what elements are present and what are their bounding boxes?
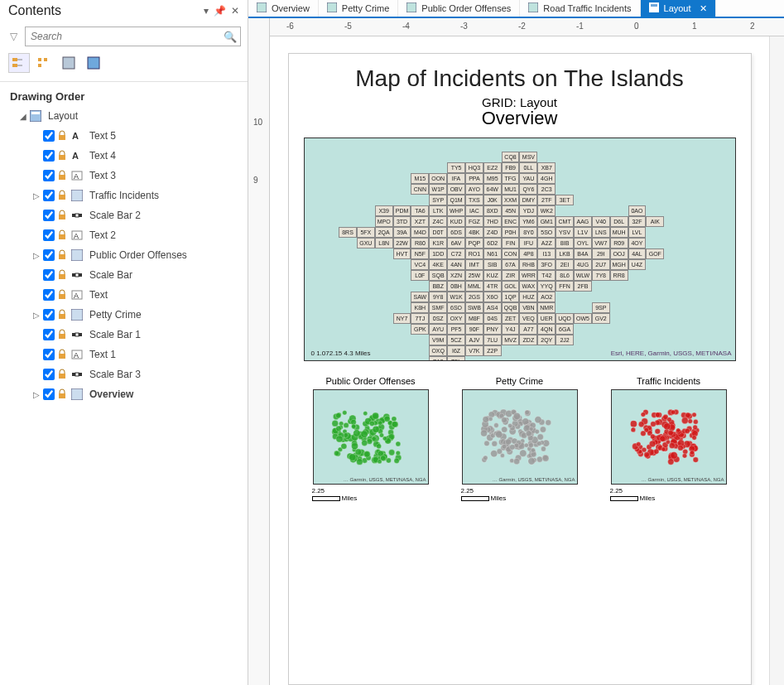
layout-canvas[interactable]: Map of Incidents on The Islands GRID: La… (270, 36, 769, 685)
toc-item-row[interactable]: A Text 2 (3, 225, 244, 245)
search-input[interactable] (26, 31, 220, 42)
expand-icon[interactable]: ▷ (31, 191, 41, 200)
small-map-frame[interactable]: Traffic Incidents … Garmin, USGS, METI/N… (602, 376, 736, 502)
tab-label: Petty Crime (342, 3, 389, 13)
view-drawing-order-button[interactable] (8, 53, 30, 73)
lock-icon[interactable] (56, 170, 70, 181)
toc-item-row[interactable]: Scale Bar (3, 265, 244, 285)
lock-icon[interactable] (56, 150, 70, 162)
view-list-by-source-button[interactable] (33, 53, 55, 73)
view-snapshot-button[interactable] (83, 53, 104, 73)
grid-cell (664, 335, 682, 345)
lock-icon[interactable] (56, 269, 70, 281)
visibility-checkbox[interactable] (43, 289, 55, 301)
toc-item-row[interactable]: A Text 1 (3, 345, 244, 364)
toc-item-row[interactable]: A Text 5 (3, 126, 244, 146)
view-tab[interactable]: Layout✕ (641, 0, 716, 17)
visibility-checkbox[interactable] (43, 309, 55, 321)
panel-pin-icon[interactable]: 📌 (214, 5, 226, 17)
grid-cell: 7HD (483, 216, 502, 227)
view-tab[interactable]: Public Order Offenses (398, 0, 520, 17)
small-map[interactable]: … Garmin, USGS, METI/NASA, NGA (313, 389, 429, 485)
tab-label: Road Traffic Incidents (543, 3, 631, 13)
small-map-scalebar: 2.25 Miles (312, 487, 358, 502)
panel-dropdown-icon[interactable]: ▾ (204, 5, 209, 17)
lock-icon[interactable] (56, 130, 70, 142)
toc-item-label: Public Order Offenses (89, 249, 187, 261)
filter-icon[interactable]: ▽ (7, 31, 20, 42)
tab-close-icon[interactable]: ✕ (700, 3, 707, 14)
lock-icon[interactable] (56, 210, 70, 221)
toc-tree[interactable]: ◢ Layout A Text 5 A Text 4 A Text 3▷ Tra… (0, 106, 248, 685)
visibility-checkbox[interactable] (43, 170, 55, 181)
small-map[interactable]: … Garmin, USGS, METI/NASA, NGA (611, 389, 727, 485)
toc-item-row[interactable]: A Text 3 (3, 166, 244, 186)
toc-item-row[interactable]: Scale Bar 2 (3, 205, 244, 225)
visibility-checkbox[interactable] (43, 369, 55, 380)
view-selection-button[interactable] (58, 53, 79, 73)
visibility-checkbox[interactable] (43, 229, 55, 241)
overview-map-frame[interactable]: CQ8MSVTY5HQ3EZ2FB90LLXB7M15OONIFAPPAM95T… (304, 137, 736, 361)
lock-icon[interactable] (56, 289, 70, 301)
search-icon[interactable]: 🔍 (220, 31, 240, 43)
collapse-icon[interactable]: ◢ (18, 112, 28, 121)
lock-icon[interactable] (56, 229, 70, 241)
toc-item-row[interactable]: ▷ Traffic Incidents (3, 186, 244, 205)
lock-icon[interactable] (56, 309, 70, 321)
lock-icon[interactable] (56, 329, 70, 340)
visibility-checkbox[interactable] (43, 388, 55, 400)
lock-icon[interactable] (56, 388, 70, 400)
expand-icon[interactable]: ▷ (31, 311, 41, 320)
toc-item-row[interactable]: ▷ Public Order Offenses (3, 245, 244, 265)
toc-item-row[interactable]: Scale Bar 1 (3, 325, 244, 345)
toc-item-row[interactable]: ▷ Overview (3, 384, 244, 404)
grid-cell: IFA (447, 173, 465, 184)
lock-icon[interactable] (56, 369, 70, 380)
small-map-frame[interactable]: Petty Crime … Garmin, USGS, METI/NASA, N… (453, 376, 587, 502)
view-tab[interactable]: Road Traffic Incidents (520, 0, 640, 17)
point-symbols (618, 399, 719, 474)
visibility-checkbox[interactable] (43, 269, 55, 281)
small-map-frame[interactable]: Public Order Offenses … Garmin, USGS, ME… (304, 376, 438, 502)
grid-cell (393, 195, 411, 205)
grid-cell: B12 (429, 356, 447, 361)
expand-icon[interactable]: ▷ (31, 390, 41, 399)
grid-cell: 0SZ (429, 313, 447, 324)
grid-cell (628, 292, 647, 302)
view-tab[interactable]: Petty Crime (319, 0, 398, 17)
visibility-checkbox[interactable] (43, 150, 55, 162)
grid-cell (393, 356, 411, 361)
visibility-checkbox[interactable] (43, 329, 55, 340)
search-box[interactable]: 🔍 (25, 27, 241, 46)
visibility-checkbox[interactable] (43, 130, 55, 142)
grid-cell (610, 162, 628, 173)
grid-cell: 4GH (537, 173, 556, 184)
toc-item-row[interactable]: Scale Bar 3 (3, 364, 244, 384)
visibility-checkbox[interactable] (43, 210, 55, 221)
grid-cell (339, 195, 357, 205)
vertical-scrollbar[interactable] (769, 36, 784, 685)
toc-item-row[interactable]: A Text (3, 285, 244, 305)
lock-icon[interactable] (56, 349, 70, 360)
svg-rect-36 (59, 314, 65, 319)
grid-cell (682, 195, 700, 205)
small-map[interactable]: … Garmin, USGS, METI/NASA, NGA (462, 389, 578, 485)
point-symbols (320, 399, 421, 474)
expand-icon[interactable]: ▷ (31, 251, 41, 260)
visibility-checkbox[interactable] (43, 349, 55, 360)
grid-cell: 7LU (483, 335, 502, 345)
toc-root-row[interactable]: ◢ Layout (3, 106, 244, 126)
panel-close-icon[interactable]: ✕ (231, 5, 239, 17)
lock-icon[interactable] (56, 249, 70, 261)
lock-icon[interactable] (56, 190, 70, 201)
grid-cell (646, 205, 664, 216)
toc-item-row[interactable]: ▷ Petty Crime (3, 305, 244, 325)
small-map-scalebar: 2.25 Miles (461, 487, 507, 502)
visibility-checkbox[interactable] (43, 190, 55, 201)
grid-cell: W1K (447, 292, 465, 302)
view-tab[interactable]: Overview (248, 0, 319, 17)
grid-cell (393, 345, 411, 356)
layout-page[interactable]: Map of Incidents on The Islands GRID: La… (288, 53, 752, 685)
toc-item-row[interactable]: A Text 4 (3, 146, 244, 166)
visibility-checkbox[interactable] (43, 249, 55, 261)
